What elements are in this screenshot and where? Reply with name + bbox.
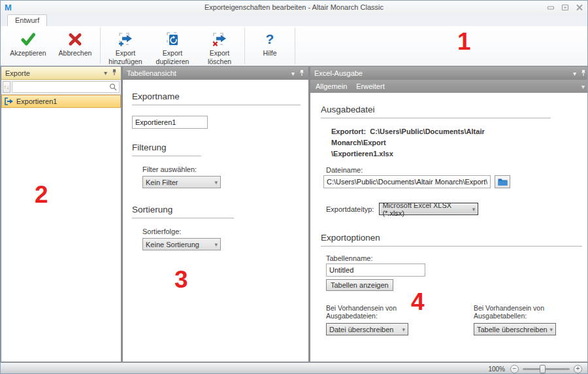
exports-panel: Exporte ▾ ↑↓ Exportieren1 xyxy=(1,66,122,362)
panel-menu-icon[interactable]: ▾ xyxy=(104,69,107,76)
pin-icon[interactable] xyxy=(299,69,304,78)
export-delete-button[interactable]: Export löschen xyxy=(196,27,243,64)
search-icon xyxy=(109,83,117,91)
zoom-level: 100% xyxy=(488,366,505,373)
window-title: Exporteigenschaften bearbeiten - Altair … xyxy=(1,3,587,11)
status-bar: 100% − + xyxy=(1,362,587,374)
export-duplicate-icon xyxy=(164,29,181,47)
ribbon: Akzeptieren Abbrechen Export hinzufügen … xyxy=(1,26,587,66)
zoom-slider: − + xyxy=(510,365,582,373)
pin-icon[interactable] xyxy=(112,69,117,77)
chevron-down-icon[interactable]: ▾ xyxy=(581,83,585,90)
sort-dropdown[interactable]: Keine Sortierung ▾ xyxy=(142,238,221,250)
filename-label: Dateiname: xyxy=(326,166,582,174)
chevron-down-icon: ▾ xyxy=(214,241,218,248)
excel-output-panel: Excel-Ausgabe ▾ Allgemein Erweitert ▾ Au… xyxy=(310,66,588,362)
existing-tables-group: Bei Vorhandensein von Ausgabetabellen: T… xyxy=(474,304,582,335)
export-name-input[interactable] xyxy=(132,116,208,129)
help-icon: ? xyxy=(266,31,274,47)
existing-files-dropdown[interactable]: Datei überschreiben ▾ xyxy=(326,323,408,335)
export-delete-icon xyxy=(211,29,228,47)
table-view-panel: Tabellenansicht ▾ Exportname Filterung F… xyxy=(122,66,309,362)
help-button[interactable]: ? Hilfe xyxy=(246,27,293,64)
pin-icon[interactable] xyxy=(581,69,586,78)
zoom-in-button[interactable]: + xyxy=(574,365,582,373)
export-duplicate-button[interactable]: Export duplizieren xyxy=(149,27,196,64)
table-name-input[interactable] xyxy=(326,264,425,277)
plus-icon: + xyxy=(576,366,580,372)
exports-panel-title: Exporte xyxy=(5,69,30,77)
sort-button[interactable]: ↑↓ xyxy=(3,81,10,93)
zoom-slider-thumb[interactable] xyxy=(540,365,546,373)
output-file-section-title: Ausgabedatei xyxy=(321,105,582,114)
annotation-2: 2 xyxy=(35,181,48,209)
existing-tables-value: Tabelle überschreiben xyxy=(477,326,547,333)
sort-order-label: Sortierfolge: xyxy=(142,228,301,235)
export-list-item[interactable]: Exportieren1 xyxy=(1,95,121,108)
show-tables-button[interactable]: Tabellen anzeigen xyxy=(326,279,393,291)
existing-tables-dropdown[interactable]: Tabelle überschreiben ▾ xyxy=(474,323,556,335)
annotation-1: 1 xyxy=(457,28,471,56)
export-name-section-title: Exportname xyxy=(132,92,301,101)
excel-output-tabs: Allgemein Erweitert ▾ xyxy=(310,80,588,93)
tab-allgemein[interactable]: Allgemein xyxy=(316,82,347,90)
exports-panel-header: Exporte ▾ xyxy=(1,67,121,80)
close-icon[interactable] xyxy=(576,4,583,11)
minus-icon: − xyxy=(513,366,517,372)
chevron-down-icon: ▾ xyxy=(402,326,405,333)
exports-search-row: ↑↓ xyxy=(1,80,121,95)
ribbon-tab-strip: Entwurf xyxy=(1,14,587,26)
ribbon-group-help: ? Hilfe xyxy=(245,27,295,64)
excel-output-panel-header: Excel-Ausgabe ▾ xyxy=(310,67,588,80)
table-view-panel-header: Tabellenansicht ▾ xyxy=(123,67,308,80)
existing-tables-label: Bei Vorhandensein von Ausgabetabellen: xyxy=(474,304,582,320)
chevron-down-icon: ▾ xyxy=(472,206,476,212)
filter-section-title: Filterung xyxy=(132,143,301,152)
tab-entwurf[interactable]: Entwurf xyxy=(7,14,47,26)
sort-icon: ↑↓ xyxy=(4,84,10,90)
minimize-icon[interactable] xyxy=(547,4,555,11)
filter-dropdown-value: Kein Filter xyxy=(146,178,178,186)
ribbon-group-export: Export hinzufügen Export duplizieren Exp… xyxy=(101,27,245,64)
maximize-icon[interactable] xyxy=(561,4,569,11)
search-box xyxy=(12,81,120,93)
tab-erweitert[interactable]: Erweitert xyxy=(356,82,384,90)
accept-button[interactable]: Akzeptieren xyxy=(5,27,52,64)
ribbon-group-confirm: Akzeptieren Abbrechen xyxy=(3,27,101,64)
zoom-slider-track[interactable] xyxy=(523,368,570,370)
sort-dropdown-value: Keine Sortierung xyxy=(146,241,199,248)
annotation-3: 3 xyxy=(174,266,188,294)
export-file-type-value: Microsoft Excel XLSX (*.xlsx) xyxy=(382,201,472,217)
zoom-out-button[interactable]: − xyxy=(510,365,519,373)
annotation-4: 4 xyxy=(411,288,425,316)
export-options-section-title: Exportoptionen xyxy=(321,233,582,243)
export-item-label: Exportieren1 xyxy=(16,97,57,105)
export-item-icon xyxy=(5,97,13,105)
export-file-type-dropdown[interactable]: Microsoft Excel XLSX (*.xlsx) ▾ xyxy=(379,203,478,215)
excel-output-panel-title: Excel-Ausgabe xyxy=(314,69,363,77)
filter-select-label: Filter auswählen: xyxy=(142,165,301,173)
export-location-path-line2: \Exportieren1.xlsx xyxy=(331,150,393,158)
cross-icon xyxy=(67,29,83,47)
export-add-button[interactable]: Export hinzufügen xyxy=(102,27,149,64)
browse-button[interactable] xyxy=(495,175,510,188)
chevron-down-icon: ▾ xyxy=(214,179,218,186)
export-add-icon xyxy=(117,29,134,47)
cancel-button[interactable]: Abbrechen xyxy=(52,27,99,64)
title-bar: M Exporteigenschaften bearbeiten - Altai… xyxy=(1,1,587,14)
chevron-down-icon: ▾ xyxy=(549,326,553,333)
panel-menu-icon[interactable]: ▾ xyxy=(573,70,576,77)
existing-files-value: Datei überschreiben xyxy=(329,326,393,333)
export-file-type-label: Exportdateityp: xyxy=(326,205,374,213)
search-input[interactable] xyxy=(12,82,109,92)
export-location-label: Exportort: xyxy=(331,128,366,135)
check-icon xyxy=(20,29,36,47)
table-view-panel-title: Tabellenansicht xyxy=(127,69,176,77)
filter-dropdown[interactable]: Kein Filter ▾ xyxy=(142,176,221,188)
folder-icon xyxy=(498,178,508,186)
sort-section-title: Sortierung xyxy=(132,205,301,214)
main-area: Exporte ▾ ↑↓ Exportieren1 Tabellenansich… xyxy=(1,66,587,362)
panel-menu-icon[interactable]: ▾ xyxy=(291,70,295,77)
filename-input[interactable] xyxy=(323,175,491,188)
export-location: Exportort: C:\Users\Public\Documents\Alt… xyxy=(331,126,540,160)
